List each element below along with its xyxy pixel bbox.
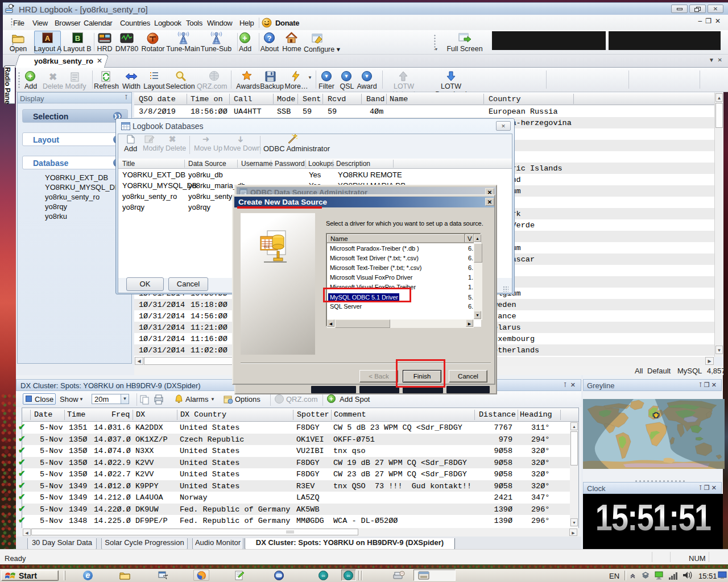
svg-text:011: 011 (264, 245, 270, 248)
